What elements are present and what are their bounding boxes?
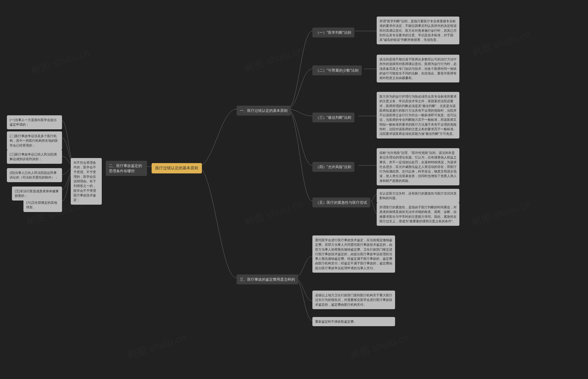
b2-l6: (六)卫生部规定的其他情形。	[23, 198, 62, 212]
watermark: 树图 shutu.cn	[30, 46, 92, 77]
branch-3[interactable]: 三、医疗事故的鉴定费用是怎样的	[237, 274, 298, 284]
b2-l2: (二)医疗事故争议涉及多个医疗机构，其中一所医疗机构所在地的医学会已经受理的；	[7, 131, 62, 150]
b3-text2: 县级以上地方卫生行政部门接到医疗机构关于重大医疗过失行为的报告后，对需要移交医学…	[312, 291, 395, 309]
watermark: 树图 shutu.cn	[126, 331, 188, 362]
b3-text1: 委托医学会进行医疗事故技术鉴定，应当按规定缴纳鉴定费。若双方当事人共同委托医疗事…	[312, 236, 395, 273]
b1-c5-text2: 所谓医疗的紧急性，是指由于医疗判断的时间紧促，对患者的病情及病状无法作详细的检查…	[377, 203, 459, 226]
watermark: 树图 shutu.cn	[349, 331, 411, 362]
b1-c3-title[interactable]: （三）"最佳判断"法则	[312, 112, 355, 122]
b2-l1: (一)当事人一方直接向医学会提出鉴定申请的；	[7, 115, 62, 129]
b1-c3-text: 医方所为的诊疗护理行为除必须符合其专业标准所要求的注意义务、学识及技术等之外，美…	[377, 92, 459, 139]
b1-c5-title[interactable]: （五）医疗的紧急性与医疗尝试	[312, 198, 370, 207]
b1-c2-text: 该法则是指不能仅基于医师从多数经认可的治疗方法中所作的选择而对医师课以责任。医师…	[377, 55, 459, 82]
b1-c1-title[interactable]: （一）"医学判断"法则	[312, 28, 355, 37]
b3-text3: 重新鉴定时不得收取鉴定费。	[312, 317, 395, 326]
b2-intro: 对不符合受理条件的，医学会不予受理。不予受理的，医学会应说明理由。有下列情形之一…	[71, 158, 102, 205]
root-node[interactable]: 医疗过错认定的基本原则	[152, 163, 202, 174]
watermark: 树图 shutu.cn	[470, 28, 532, 59]
branch-2[interactable]: 二、医疗事故鉴定的受理条件有哪些	[106, 161, 147, 176]
watermark: 树图 shutu.cn	[243, 198, 305, 229]
watermark: 树图 shutu.cn	[470, 198, 532, 229]
b1-c4-text: 或称"允许危险"法理、"容许性危险"法则。该法则本是新过失理论的理论依据。它认为…	[377, 148, 459, 185]
b1-c1-text: 所谓"医学判断"法则，是指只要医疗专业者遵循专业标准的要求作决定，不能仅因事后判…	[377, 16, 459, 44]
b1-c5-text1: 在认定医方过失时，还有医疗的紧急性与医疗尝试对其影响的问题。	[377, 189, 459, 203]
branch-1[interactable]: 一、医疗过错认定的基本原则	[237, 106, 291, 115]
b2-l3: (三)医疗事故争议已经人民法院调解达成协议或判决的；	[7, 150, 62, 164]
b2-l4: (四)当事人已向人民法院提起民事诉讼的（司法机关委托的除外）；	[7, 168, 62, 182]
watermark: 树图 shutu.cn	[243, 44, 305, 75]
b1-c4-title[interactable]: （四）"允许风险"法则	[312, 162, 355, 172]
b1-c2-title[interactable]: （二）"可尊重的少数"法则	[312, 65, 362, 75]
